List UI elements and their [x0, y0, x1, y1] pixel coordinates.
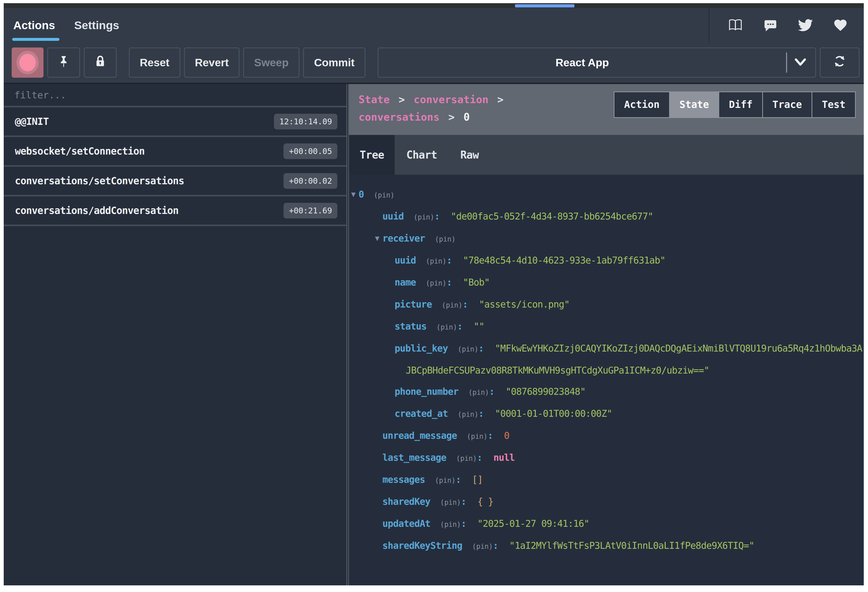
- pin-link[interactable]: (pin): [426, 279, 446, 287]
- lock-icon: [93, 54, 107, 71]
- pin-link[interactable]: (pin): [467, 432, 487, 440]
- breadcrumb: State > conversation > conversations > 0: [359, 91, 560, 126]
- tree-value: "assets/icon.png": [479, 299, 569, 310]
- chat-icon[interactable]: [763, 18, 778, 32]
- subtab-chart[interactable]: Chart: [395, 135, 449, 175]
- tree-row-last-message: last_message (pin): null: [349, 447, 864, 469]
- tree-key[interactable]: 0: [359, 189, 364, 200]
- breadcrumb-conversation[interactable]: conversation: [414, 94, 489, 106]
- panel-resize-handle[interactable]: [346, 84, 349, 585]
- action-name: conversations/addConversation: [15, 205, 179, 216]
- tree-value: "0876899023848": [505, 386, 585, 397]
- tab-state[interactable]: State: [669, 91, 719, 118]
- tree-value: []: [472, 474, 483, 485]
- pin-link[interactable]: (pin): [456, 454, 477, 462]
- breadcrumb-conversations[interactable]: conversations: [359, 111, 440, 123]
- heart-icon[interactable]: [833, 18, 848, 32]
- pin-link[interactable]: (pin): [440, 498, 461, 507]
- sweep-label: Sweep: [254, 56, 289, 69]
- chevron-down-icon[interactable]: [794, 57, 806, 68]
- refresh-icon: [832, 53, 847, 72]
- pin-link[interactable]: (pin): [472, 542, 493, 550]
- pin-link[interactable]: (pin): [468, 389, 489, 396]
- pin-link[interactable]: (pin): [435, 476, 456, 484]
- tree-key[interactable]: public_key: [395, 343, 448, 353]
- tree-key[interactable]: receiver: [382, 233, 425, 244]
- commit-button[interactable]: Commit: [303, 47, 365, 78]
- top-scroll-indicator: [515, 4, 574, 7]
- tree-key[interactable]: messages: [382, 474, 425, 485]
- twitter-icon[interactable]: [798, 18, 813, 32]
- toolbar: Reset Revert Sweep Commit React App: [4, 43, 864, 83]
- tree-value: "": [474, 321, 484, 332]
- pin-button[interactable]: [47, 47, 80, 78]
- tree-key[interactable]: phone_number: [395, 386, 459, 397]
- pin-link[interactable]: (pin): [458, 410, 478, 418]
- action-row-set-connection[interactable]: websocket/setConnection +00:00.05: [4, 137, 346, 167]
- reset-button[interactable]: Reset: [129, 47, 180, 78]
- tree-key[interactable]: sharedKeyString: [382, 540, 462, 551]
- tree-row-name: name (pin): "Bob": [349, 272, 864, 294]
- action-row-init[interactable]: @@INIT 12:10:14.09: [4, 108, 346, 137]
- action-list-panel: @@INIT 12:10:14.09 websocket/setConnecti…: [4, 84, 346, 585]
- pin-link[interactable]: (pin): [458, 345, 478, 353]
- window-top-strip: [4, 3, 864, 8]
- book-icon[interactable]: [728, 18, 743, 32]
- tab-settings-label: Settings: [74, 19, 120, 32]
- filter-input[interactable]: [4, 84, 346, 106]
- tab-trace[interactable]: Trace: [762, 91, 812, 118]
- pin-link[interactable]: (pin): [442, 301, 462, 309]
- tree-key[interactable]: picture: [395, 299, 432, 310]
- pin-link[interactable]: (pin): [426, 257, 446, 265]
- tree-key[interactable]: uuid: [395, 255, 416, 266]
- collapse-arrow-icon[interactable]: ▼: [375, 228, 379, 249]
- lock-button[interactable]: [84, 47, 117, 78]
- tree-row-status: status (pin): "": [349, 316, 864, 338]
- breadcrumb-separator: >: [396, 94, 407, 106]
- tree-key[interactable]: name: [395, 277, 416, 288]
- tree-value: null: [493, 452, 515, 463]
- reconnect-button[interactable]: [820, 47, 859, 78]
- pin-link[interactable]: (pin): [435, 235, 456, 243]
- tree-row-receiver-uuid: uuid (pin): "78e48c54-4d10-4623-933e-1ab…: [349, 250, 864, 272]
- tree-row-unread-message: unread_message (pin): 0: [349, 425, 864, 447]
- tree-row-uuid: uuid (pin): "de00fac5-052f-4d34-8937-bb6…: [349, 206, 864, 228]
- action-row-set-conversations[interactable]: conversations/setConversations +00:00.02: [4, 167, 346, 196]
- filter-row: [4, 84, 346, 108]
- instance-selector[interactable]: React App: [378, 47, 816, 78]
- tab-settings[interactable]: Settings: [74, 8, 120, 43]
- tree-row-root: ▼ 0 (pin): [349, 184, 864, 206]
- tree-key[interactable]: unread_message: [382, 430, 457, 441]
- selector-divider: [786, 53, 787, 73]
- pin-icon: [57, 54, 71, 71]
- tree-row-shared-key: sharedKey (pin): { }: [349, 491, 864, 513]
- breadcrumb-current: 0: [464, 111, 470, 123]
- action-row-add-conversation[interactable]: conversations/addConversation +00:21.69: [4, 196, 346, 226]
- action-name: @@INIT: [15, 116, 49, 127]
- devtools-window: Actions Settings: [4, 3, 864, 585]
- tree-value: { }: [477, 496, 493, 507]
- pin-link[interactable]: (pin): [437, 323, 457, 331]
- tree-key[interactable]: last_message: [382, 452, 446, 463]
- tree-row-messages: messages (pin): []: [349, 469, 864, 491]
- tree-key[interactable]: sharedKey: [382, 496, 430, 507]
- pin-link[interactable]: (pin): [440, 520, 461, 529]
- tab-action[interactable]: Action: [614, 91, 670, 118]
- pin-link[interactable]: (pin): [373, 191, 394, 199]
- collapse-arrow-icon[interactable]: ▼: [351, 184, 356, 205]
- tab-actions[interactable]: Actions: [13, 8, 55, 43]
- subtab-tree[interactable]: Tree: [349, 135, 395, 175]
- tab-test[interactable]: Test: [812, 91, 856, 118]
- breadcrumb-bar: State > conversation > conversations > 0…: [349, 84, 864, 135]
- record-toggle-button[interactable]: [12, 47, 43, 78]
- sweep-button[interactable]: Sweep: [243, 47, 300, 78]
- tree-key[interactable]: updatedAt: [382, 518, 430, 529]
- breadcrumb-state[interactable]: State: [359, 94, 390, 106]
- tree-key[interactable]: created_at: [395, 408, 448, 419]
- pin-link[interactable]: (pin): [413, 213, 434, 221]
- tree-key[interactable]: uuid: [382, 211, 404, 222]
- tree-key[interactable]: status: [395, 321, 427, 332]
- subtab-raw[interactable]: Raw: [449, 135, 490, 175]
- revert-button[interactable]: Revert: [184, 47, 240, 78]
- tab-diff[interactable]: Diff: [719, 91, 763, 118]
